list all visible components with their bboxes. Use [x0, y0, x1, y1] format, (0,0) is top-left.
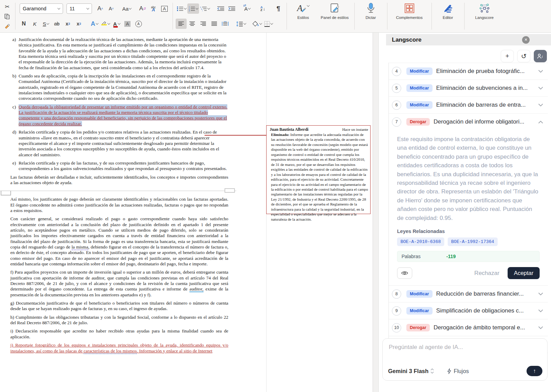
decrease-indent-button[interactable]: [215, 3, 226, 14]
agent-chat-input[interactable]: [388, 343, 543, 351]
chevron-down-icon[interactable]: [538, 87, 543, 90]
copy-icon[interactable]: [3, 13, 11, 20]
paint-bucket-icon: [252, 21, 259, 27]
chevron-down-icon: [46, 22, 49, 24]
multilevel-list-button[interactable]: 1ai: [199, 3, 211, 14]
add-button[interactable]: +: [501, 50, 514, 62]
history-icon: ↺: [521, 52, 527, 60]
reject-button[interactable]: Rechazar: [474, 270, 499, 277]
tracked-change-comment[interactable]: Juan Bautista Alberdi Hace un instante E…: [266, 125, 371, 214]
law-badge[interactable]: BOE-A-2010-6368: [397, 237, 444, 246]
shrink-font-button[interactable]: A˅: [106, 3, 117, 14]
align-right-button[interactable]: [198, 19, 209, 29]
item-number: 9: [392, 306, 401, 316]
suggestion-item-10[interactable]: 10 Derogar Derogación de ámbito temporal…: [389, 319, 548, 336]
indent-icon: [228, 6, 236, 11]
bold-button[interactable]: N: [18, 19, 29, 29]
chevron-down-icon: [118, 22, 121, 24]
styles-icon: A: [297, 2, 309, 14]
sort-button[interactable]: AZ↓: [257, 3, 268, 14]
distribute-text-button[interactable]: [220, 19, 231, 29]
line-spacing-button[interactable]: [235, 19, 247, 29]
send-button[interactable]: ↑: [527, 366, 542, 376]
action-badge: Modificar: [406, 290, 433, 298]
align-center-icon: [189, 21, 195, 26]
italic-button[interactable]: K: [29, 19, 40, 29]
styles-pane-button[interactable]: Panel de estilos: [317, 0, 352, 32]
document-text[interactable]: a) Justificación documental de la realiz…: [0, 33, 228, 357]
chevron-down-icon[interactable]: [538, 326, 543, 329]
subscript-button[interactable]: x2: [62, 19, 73, 29]
chevron-down-icon[interactable]: [538, 70, 543, 73]
cut-icon[interactable]: ✂: [3, 3, 11, 10]
chevron-down-icon[interactable]: [538, 309, 543, 312]
chevron-down-icon: [270, 22, 273, 24]
paragraph-group: 123 1ai A⇄ AZ↓ ¶: [175, 0, 284, 32]
borders-button[interactable]: [263, 19, 274, 29]
font-color-button[interactable]: A: [111, 19, 122, 29]
grow-font-button[interactable]: A˄: [95, 3, 106, 14]
numbered-list-button[interactable]: 123: [187, 3, 199, 14]
asian-layout-button[interactable]: A⇄: [242, 3, 253, 14]
suggestion-item-9[interactable]: 9 Modificar Simplificación de obligacion…: [389, 303, 548, 319]
close-icon[interactable]: ✕: [522, 36, 530, 44]
align-left-button[interactable]: [176, 19, 187, 29]
add-ins-button[interactable]: Complementos: [389, 0, 429, 32]
action-badge: Modificar: [406, 84, 433, 92]
action-badge: Derogar: [406, 118, 430, 126]
tracked-insertion-selected: Queda derogada la obligatoriedad de pres…: [19, 104, 227, 126]
suggestion-item-8[interactable]: 8 Modificar Reducción de barreras financ…: [389, 286, 548, 303]
clear-formatting-button[interactable]: A◊: [137, 3, 148, 14]
suggestion-item-7-expanded[interactable]: 7 Derogar Derogación del informe obligat…: [389, 114, 548, 130]
align-center-button[interactable]: [187, 19, 198, 29]
change-case-button[interactable]: Aa: [121, 3, 132, 14]
doc-paragraph-i: i) Declaración responsable que acredite …: [10, 328, 228, 340]
chevron-up-icon[interactable]: [538, 120, 543, 124]
accept-button[interactable]: Aceptar: [508, 267, 540, 279]
ribbon-toolbar: ✂ Garamond 11 A˄ A˅ Aa A◊ abcA A N: [0, 0, 551, 33]
chevron-down-icon: [259, 22, 262, 24]
distribute-icon: [222, 21, 229, 26]
suggestion-item-6[interactable]: 6 Modificar Eliminación de barreras de e…: [389, 97, 548, 114]
character-shading-button[interactable]: A: [122, 19, 133, 29]
editor-button[interactable]: Editor: [434, 0, 462, 32]
preview-button[interactable]: [397, 267, 412, 279]
format-painter-icon[interactable]: [3, 23, 11, 30]
font-name-select[interactable]: Garamond: [20, 3, 63, 14]
law-badge[interactable]: BOE-A-1992-17364: [448, 237, 498, 246]
superscript-button[interactable]: x2: [73, 19, 84, 29]
action-badge: Modificar: [406, 101, 433, 109]
text-effects-button[interactable]: A: [89, 19, 100, 29]
model-selector[interactable]: Gemini 3 Flash: [388, 368, 434, 374]
enclose-characters-button[interactable]: A: [133, 19, 144, 29]
history-button[interactable]: ↺: [517, 50, 530, 62]
strikethrough-button[interactable]: ab: [51, 19, 62, 29]
justify-button[interactable]: [209, 19, 220, 29]
styles-button[interactable]: A Estilos: [289, 0, 317, 32]
dictate-button[interactable]: Dictar: [357, 0, 385, 32]
detail-actions: Rechazar Aceptar: [397, 267, 540, 279]
page-break[interactable]: [0, 188, 238, 194]
bullet-list-button[interactable]: [176, 3, 187, 14]
shading-button[interactable]: [251, 19, 263, 29]
suggestion-item-5[interactable]: 5 Modificar Eliminación de subvenciones …: [389, 80, 548, 97]
person-info-icon: i: [537, 53, 544, 59]
flows-button[interactable]: Flujos: [447, 368, 469, 374]
phonetic-guide-button[interactable]: abcA: [148, 3, 159, 14]
document-scroll-gutter[interactable]: [373, 33, 379, 392]
agent-info-button[interactable]: i: [534, 50, 547, 62]
document-canvas[interactable]: a) Justificación documental de la realiz…: [0, 33, 373, 392]
highlight-color-button[interactable]: [100, 19, 111, 29]
font-size-select[interactable]: 11: [66, 3, 92, 14]
underline-button[interactable]: S: [40, 19, 51, 29]
chevron-down-icon: [107, 22, 110, 24]
show-formatting-marks-button[interactable]: ¶: [273, 3, 284, 14]
chevron-down-icon[interactable]: [538, 293, 543, 296]
increase-indent-button[interactable]: [226, 3, 237, 14]
chevron-down-icon[interactable]: [538, 104, 543, 107]
suggestion-item-4[interactable]: 4 Modificar Eliminación de prueba fotogr…: [389, 63, 548, 80]
langscore-addin-button[interactable]: Langscore: [467, 0, 502, 32]
character-border-button[interactable]: A: [159, 3, 170, 14]
font-group: Garamond 11 A˄ A˅ Aa A◊ abcA A N K S ab …: [18, 0, 170, 32]
page-corner-left: [1, 191, 11, 195]
